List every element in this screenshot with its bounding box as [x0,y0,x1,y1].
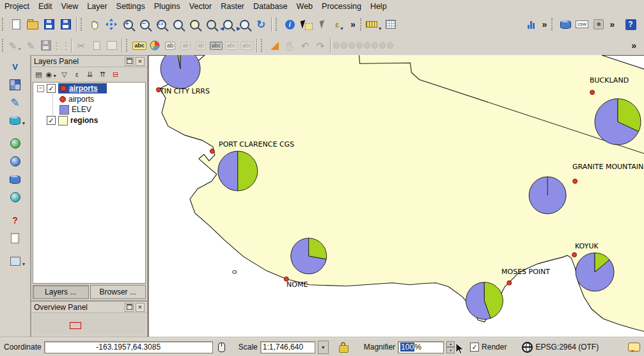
close-panel-button[interactable]: ✕ [136,57,145,66]
add-wfs-layer-button[interactable] [4,189,26,206]
zoom-last-button[interactable]: ◀ [219,16,236,33]
manage-map-themes-button[interactable]: ◉▼ [45,69,58,80]
toolbar-handle[interactable] [276,18,279,31]
processing-pair-2-button[interactable] [348,38,363,53]
legend-item-elev[interactable]: ELEV [53,104,145,115]
render-checkbox[interactable]: ✓ [470,343,479,352]
paste-features-button[interactable] [104,38,120,53]
menu-database[interactable]: Database [249,1,292,12]
expander-icon[interactable]: − [37,85,44,92]
open-layer-styling-button[interactable]: ▤ [33,69,45,80]
new-project-button[interactable] [8,16,24,33]
map-canvas[interactable]: TIN CITY LRRS PORT CLARENCE CGS NOME BUC… [148,55,644,337]
zoom-in-button[interactable]: + [120,16,136,33]
toolbar-overflow[interactable]: » [629,40,639,51]
menu-view[interactable]: View [56,1,82,12]
layer-checkbox[interactable]: ✓ [47,84,56,93]
menu-settings[interactable]: Settings [112,1,150,12]
message-log-icon[interactable] [628,343,640,352]
move-label-button[interactable]: ab [162,38,178,53]
attributes-table-button[interactable] [382,16,399,33]
show-hide-labels-button[interactable]: ab [193,38,208,53]
menu-help[interactable]: Help [366,1,391,12]
toolbar-handle[interactable] [261,39,264,52]
redo-button[interactable]: ↷ [313,38,328,53]
save-project-button[interactable] [41,16,58,33]
select-by-expression-button[interactable]: ε▼ [331,16,348,33]
processing-pair-1-button[interactable] [333,38,348,53]
toolbar-handle[interactable] [360,18,363,31]
remove-layer-button[interactable]: ⊟ [109,69,122,80]
toggle-editing-button[interactable]: ✎ [23,38,38,53]
pan-map-button[interactable] [86,16,103,33]
zoom-actual-size-button[interactable]: 1:1 [153,16,169,33]
toolbar-overflow[interactable]: » [607,19,617,29]
crs-status-label[interactable]: EPSG:2964 (OTF) [535,343,599,352]
add-delimited-text-button[interactable]: ✎ [4,94,26,111]
pin-labels-button[interactable]: ab [178,38,193,53]
metasearch-button[interactable]: csw [574,16,590,33]
overview-map[interactable] [33,314,146,336]
expand-all-button[interactable]: ⇊ [84,69,96,80]
float-panel-button[interactable] [125,57,134,66]
toolbar-handle[interactable] [126,39,129,52]
current-edits-button[interactable]: ✎▼ [8,38,23,53]
zoom-next-button[interactable]: ▶ [236,16,253,33]
zoom-to-selection-button[interactable] [186,16,203,33]
layer-item-regions[interactable]: ✓ regions [33,115,145,126]
add-raster-layer-button[interactable] [4,76,26,93]
add-database-layer-button[interactable]: ▼ [4,112,26,129]
magnifier-input[interactable]: 100% [398,341,444,353]
filter-by-expression-button[interactable]: ε [71,69,83,80]
processing-pair-4-button[interactable] [379,38,394,53]
undo-button[interactable]: ↶ [297,38,313,53]
toolbar-handle[interactable] [2,39,5,52]
toolbar-handle[interactable] [2,18,5,31]
highlight-labels-button[interactable]: abc [208,38,224,53]
measure-line-button[interactable]: ▼ [366,16,382,33]
filter-legend-button[interactable]: ▽ [58,69,70,80]
float-panel-button[interactable] [125,303,134,312]
map-tips-button[interactable]: ▼ [4,253,26,270]
zoom-to-layer-button[interactable] [203,16,219,33]
collapse-all-button[interactable]: ⇈ [97,69,109,80]
scale-combobox[interactable]: 1:1,746,640 [260,341,315,353]
open-project-button[interactable] [24,16,41,33]
processing-pair-3-button[interactable] [363,38,379,53]
add-wcs-layer-button[interactable] [4,153,26,170]
zoom-full-extent-button[interactable] [169,16,186,33]
web-plugins-button[interactable]: ✱ [590,16,607,33]
save-project-as-button[interactable]: ✎ [58,16,74,33]
coordinate-toggle-button[interactable] [216,341,228,353]
add-vector-layer-button[interactable]: V [4,58,26,75]
db-manager-button[interactable] [557,16,574,33]
new-shapefile-button[interactable] [4,230,26,247]
layer-checkbox[interactable]: ✓ [47,116,56,125]
spin-down-icon[interactable]: ▼ [446,347,455,353]
tab-layers[interactable]: Layers ... [33,285,89,299]
node-tool-button[interactable]: ⋮⋮ [54,38,69,53]
help-button[interactable]: ? [622,16,639,33]
touch-tool-button[interactable]: ✋ [282,38,297,53]
menu-vector[interactable]: Vector [185,1,216,12]
refresh-map-button[interactable]: ↻ [253,16,269,33]
add-spatialite-layer-button[interactable] [4,171,26,188]
menu-web[interactable]: Web [292,1,317,12]
add-virtual-layer-button[interactable]: ? [4,212,26,229]
menu-edit[interactable]: Edit [34,1,57,12]
rotate-label-button[interactable]: abc [239,38,255,53]
layer-labeling-button[interactable]: abc [132,38,147,53]
identify-features-button[interactable]: i [281,16,298,33]
crs-globe-icon[interactable] [522,342,533,353]
menu-project[interactable]: Project [0,1,34,12]
magnifier-spinner[interactable]: ▲▼ [446,341,455,353]
menu-plugins[interactable]: Plugins [150,1,185,12]
layer-diagrams-button[interactable] [147,38,162,53]
show-statistics-button[interactable] [522,16,539,33]
scale-lock-icon[interactable] [339,345,349,353]
scale-dropdown-button[interactable]: ▼ [318,341,329,354]
tab-browser[interactable]: Browser ... [90,285,146,299]
zoom-out-button[interactable]: − [136,16,153,33]
toolbar-handle[interactable] [81,18,84,31]
menu-processing[interactable]: Processing [317,1,366,12]
